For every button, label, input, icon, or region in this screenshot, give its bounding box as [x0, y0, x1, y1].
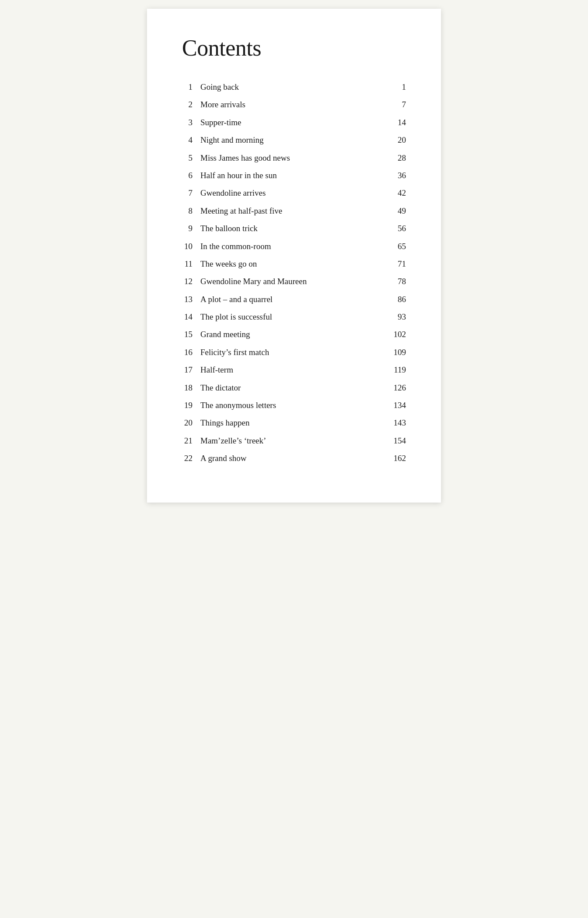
chapter-page: 49 [384, 204, 406, 218]
chapter-title: Gwendoline arrives [200, 186, 384, 200]
chapter-number: 2 [182, 98, 200, 111]
toc-item: 6Half an hour in the sun36 [182, 167, 406, 184]
chapter-title: The plot is successful [200, 310, 384, 324]
chapter-title: The weeks go on [200, 257, 384, 271]
toc-item: 18The dictator126 [182, 379, 406, 397]
chapter-page: 65 [384, 240, 406, 253]
toc-item: 8Meeting at half-past five49 [182, 202, 406, 220]
chapter-title: Grand meeting [200, 328, 384, 341]
chapter-number: 14 [182, 310, 200, 324]
chapter-title: Night and morning [200, 134, 384, 147]
chapter-title: Meeting at half-past five [200, 204, 384, 218]
chapter-page: 102 [384, 328, 406, 341]
chapter-page: 14 [384, 116, 406, 129]
chapter-page: 93 [384, 310, 406, 324]
chapter-title: Going back [200, 81, 384, 94]
chapter-number: 18 [182, 381, 200, 394]
chapter-number: 13 [182, 293, 200, 306]
chapter-number: 7 [182, 186, 200, 200]
toc-item: 14The plot is successful93 [182, 308, 406, 326]
toc-item: 12Gwendoline Mary and Maureen78 [182, 273, 406, 290]
toc-item: 17Half-term119 [182, 361, 406, 379]
chapter-title: More arrivals [200, 98, 384, 111]
chapter-title: Half-term [200, 363, 384, 376]
chapter-number: 19 [182, 399, 200, 412]
page-title: Contents [182, 35, 406, 61]
chapter-title: The dictator [200, 381, 384, 394]
chapter-title: Supper-time [200, 116, 384, 129]
chapter-page: 78 [384, 275, 406, 288]
toc-item: 2More arrivals7 [182, 96, 406, 113]
chapter-number: 6 [182, 169, 200, 182]
chapter-page: 126 [384, 381, 406, 394]
chapter-number: 17 [182, 363, 200, 376]
chapter-number: 21 [182, 434, 200, 447]
chapter-number: 16 [182, 346, 200, 359]
toc-item: 4Night and morning20 [182, 131, 406, 149]
chapter-title: Things happen [200, 416, 384, 429]
chapter-number: 9 [182, 222, 200, 235]
chapter-page: 20 [384, 134, 406, 147]
chapter-title: Miss James has good news [200, 151, 384, 165]
chapter-title: Mam’zelle’s ‘treek’ [200, 434, 384, 447]
toc-list: 1Going back12More arrivals73Supper-time1… [182, 78, 406, 468]
chapter-page: 7 [384, 98, 406, 111]
chapter-page: 36 [384, 169, 406, 182]
chapter-page: 42 [384, 186, 406, 200]
toc-item: 5Miss James has good news28 [182, 149, 406, 167]
toc-item: 20Things happen143 [182, 414, 406, 432]
toc-item: 11The weeks go on71 [182, 255, 406, 273]
chapter-number: 4 [182, 134, 200, 147]
toc-item: 9The balloon trick56 [182, 220, 406, 237]
chapter-title: Half an hour in the sun [200, 169, 384, 182]
toc-item: 3Supper-time14 [182, 114, 406, 131]
toc-item: 7Gwendoline arrives42 [182, 184, 406, 202]
chapter-page: 134 [384, 399, 406, 412]
chapter-page: 162 [384, 452, 406, 465]
chapter-number: 5 [182, 151, 200, 165]
chapter-page: 143 [384, 416, 406, 429]
chapter-number: 8 [182, 204, 200, 218]
chapter-page: 1 [384, 81, 406, 94]
page: Contents 1Going back12More arrivals73Sup… [147, 9, 441, 503]
toc-item: 15Grand meeting102 [182, 326, 406, 343]
chapter-number: 15 [182, 328, 200, 341]
chapter-number: 1 [182, 81, 200, 94]
chapter-page: 154 [384, 434, 406, 447]
chapter-page: 56 [384, 222, 406, 235]
chapter-page: 86 [384, 293, 406, 306]
chapter-number: 3 [182, 116, 200, 129]
toc-item: 21Mam’zelle’s ‘treek’154 [182, 432, 406, 450]
chapter-page: 109 [384, 346, 406, 359]
chapter-number: 11 [182, 257, 200, 271]
toc-item: 22A grand show162 [182, 450, 406, 467]
chapter-title: The anonymous letters [200, 399, 384, 412]
chapter-number: 12 [182, 275, 200, 288]
toc-item: 19The anonymous letters134 [182, 397, 406, 414]
chapter-title: Felicity’s first match [200, 346, 384, 359]
chapter-title: The balloon trick [200, 222, 384, 235]
chapter-page: 71 [384, 257, 406, 271]
chapter-page: 119 [384, 363, 406, 376]
chapter-number: 10 [182, 240, 200, 253]
chapter-title: A grand show [200, 452, 384, 465]
chapter-number: 20 [182, 416, 200, 429]
chapter-number: 22 [182, 452, 200, 465]
toc-item: 13A plot – and a quarrel86 [182, 291, 406, 308]
toc-item: 1Going back1 [182, 78, 406, 96]
chapter-title: Gwendoline Mary and Maureen [200, 275, 384, 288]
toc-item: 16Felicity’s first match109 [182, 344, 406, 361]
chapter-title: In the common-room [200, 240, 384, 253]
toc-item: 10In the common-room65 [182, 238, 406, 255]
chapter-page: 28 [384, 151, 406, 165]
chapter-title: A plot – and a quarrel [200, 293, 384, 306]
